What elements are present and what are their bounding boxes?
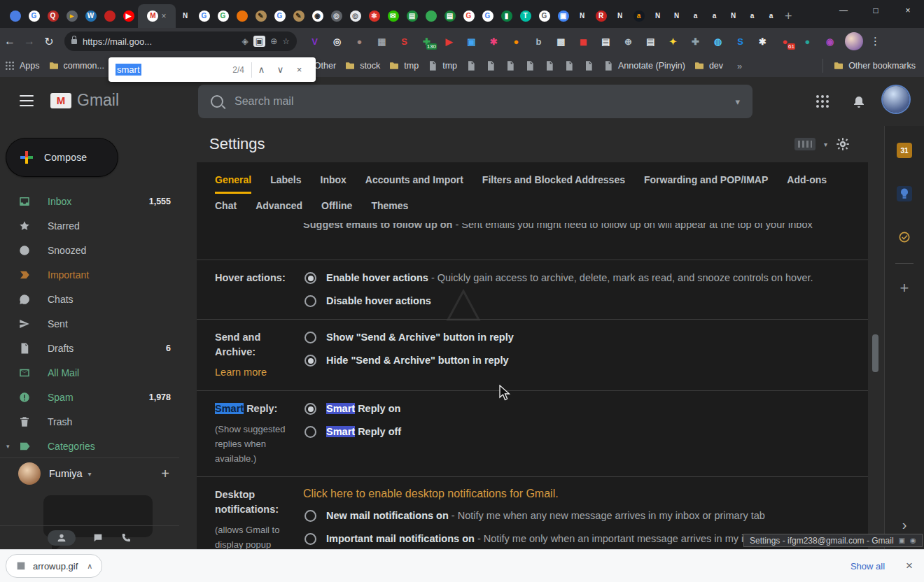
tasks-icon[interactable] (897, 229, 912, 245)
browser-tab[interactable]: G (214, 4, 232, 28)
extension-icon[interactable]: S (395, 32, 414, 50)
settings-tab-accounts-and-import[interactable]: Accounts and Import (365, 168, 463, 194)
browser-tab[interactable]: N (573, 4, 592, 28)
browser-tab[interactable]: G (459, 4, 478, 28)
bookmark-item[interactable] (465, 60, 477, 71)
forward-button[interactable]: → (20, 35, 39, 48)
extension-icon[interactable]: ● (798, 32, 817, 50)
browser-tab[interactable]: G (535, 4, 554, 28)
window-close-button[interactable]: × (892, 0, 924, 22)
sidebar-item-all-mail[interactable]: All Mail (0, 360, 179, 385)
bookmark-item[interactable]: tmp (427, 60, 457, 71)
camera-icon[interactable]: ▣ (253, 36, 265, 47)
radio-hide-send-archive[interactable] (304, 355, 316, 367)
hangouts-tab-icon[interactable] (92, 532, 104, 544)
browser-tab[interactable]: N (176, 4, 195, 28)
other-bookmarks-button[interactable]: Other bookmarks (822, 59, 924, 73)
extension-icon[interactable]: ◍ (708, 32, 727, 50)
phone-tab-icon[interactable] (120, 532, 132, 544)
extension-icon[interactable]: ⊕ (619, 32, 638, 50)
profile-caret-icon[interactable]: ▾ (88, 470, 92, 478)
browser-tab[interactable]: Q (43, 4, 62, 28)
gear-icon[interactable] (836, 137, 850, 151)
extension-icon[interactable]: ▣ (462, 32, 481, 50)
settings-tab-inbox[interactable]: Inbox (321, 168, 346, 194)
settings-tab-forwarding-and-pop-imap[interactable]: Forwarding and POP/IMAP (644, 168, 768, 194)
extension-icon[interactable]: ▩ (552, 32, 570, 50)
browser-tab[interactable]: ◎ (327, 4, 346, 28)
browser-tab[interactable]: M× (138, 4, 176, 28)
browser-tab[interactable]: a (686, 4, 705, 28)
expand-caret-icon[interactable]: ▾ (6, 443, 10, 450)
browser-tab[interactable]: ▸ (62, 4, 81, 28)
input-tools-icon[interactable] (794, 138, 816, 150)
extension-icon[interactable]: ▤ (641, 32, 660, 50)
extension-icon[interactable]: ✱ (753, 32, 772, 50)
bookmark-item[interactable] (583, 60, 594, 71)
option-hide-send-archive[interactable]: Hide "Send & Archive" button in reply (303, 353, 850, 368)
browser-tab[interactable]: N (610, 4, 629, 28)
browser-tab[interactable]: ◉ (308, 4, 327, 28)
extension-icon[interactable]: ◉ (820, 32, 839, 50)
sidebar-item-drafts[interactable]: Drafts6 (0, 336, 179, 360)
browser-tab[interactable]: R (592, 4, 610, 28)
extension-icon[interactable]: b (529, 32, 548, 50)
browser-menu-icon[interactable]: ⋮ (870, 35, 881, 48)
add-addon-icon[interactable]: + (885, 279, 924, 297)
bookmark-item[interactable]: Annotate (Pinyin) (603, 60, 685, 71)
sidebar-item-spam[interactable]: Spam1,978 (0, 385, 179, 409)
browser-tab[interactable]: a (762, 4, 780, 28)
browser-tab[interactable]: G (24, 4, 43, 28)
browser-tab[interactable]: ▤ (440, 4, 459, 28)
radio-enable-hover[interactable] (304, 272, 316, 284)
extension-icon[interactable]: ● (507, 32, 526, 50)
settings-tab-offline[interactable]: Offline (321, 194, 352, 218)
extension-icon[interactable]: ✱ (484, 32, 503, 50)
option-show-send-archive[interactable]: Show "Send & Archive" button in reply (303, 330, 850, 345)
mail-tab-button[interactable] (48, 530, 76, 546)
account-avatar[interactable] (883, 86, 909, 113)
settings-tab-advanced[interactable]: Advanced (255, 194, 302, 218)
bookmark-item[interactable]: Apps (4, 60, 40, 71)
extension-icon[interactable]: ▶ (440, 32, 458, 50)
browser-tab[interactable] (6, 4, 24, 28)
browser-tab[interactable]: a (743, 4, 762, 28)
extension-icon[interactable]: ▤ (596, 32, 615, 50)
show-all-downloads-button[interactable]: Show all (850, 561, 885, 572)
bookmarks-overflow-icon[interactable]: » (737, 61, 742, 71)
search-icon[interactable] (211, 95, 223, 108)
zoom-icon[interactable]: ⊕ (270, 36, 277, 46)
browser-tab[interactable] (421, 4, 440, 28)
bookmark-item[interactable]: dev (694, 60, 723, 71)
bookmark-item[interactable]: tmp (388, 60, 419, 71)
find-input[interactable]: smart (115, 64, 141, 76)
extension-icon[interactable]: ✦ (664, 32, 682, 50)
maximize-button[interactable]: □ (860, 0, 892, 22)
apps-grid-icon[interactable] (814, 93, 831, 110)
extension-icon[interactable]: ● (350, 32, 369, 50)
browser-tab[interactable]: G (270, 4, 289, 28)
search-input[interactable]: Search mail ▾ (198, 85, 752, 118)
browser-tab[interactable]: G (478, 4, 497, 28)
calendar-icon[interactable]: 31 (897, 143, 912, 158)
settings-tab-filters-and-blocked-addresses[interactable]: Filters and Blocked Addresses (482, 168, 625, 194)
bookmark-item[interactable] (544, 60, 555, 71)
scrollbar-thumb[interactable] (872, 334, 878, 372)
option-new-mail-notifications[interactable]: New mail notifications on - Notify me wh… (303, 509, 850, 523)
notifications-bell-icon[interactable] (850, 92, 867, 109)
sidebar-item-starred[interactable]: Starred (0, 213, 179, 238)
find-previous-icon[interactable]: ∧ (252, 64, 271, 75)
reload-button[interactable]: ↻ (39, 35, 59, 48)
settings-tab-general[interactable]: General (215, 168, 251, 194)
input-tools-caret-icon[interactable]: ▾ (824, 141, 827, 148)
browser-tab[interactable]: ◎ (346, 4, 365, 28)
option-enable-hover[interactable]: Enable hover actions - Quickly gain acce… (303, 271, 850, 285)
browser-tab[interactable]: ✎ (251, 4, 270, 28)
bookmark-item[interactable]: common... (48, 60, 104, 71)
settings-tab-chat[interactable]: Chat (215, 194, 237, 218)
radio-smart-reply-off[interactable] (304, 426, 316, 438)
shelf-close-icon[interactable]: × (906, 559, 913, 573)
main-menu-icon[interactable] (20, 95, 34, 106)
browser-tab[interactable]: ▮ (497, 4, 516, 28)
compose-button[interactable]: Compose (6, 139, 118, 176)
